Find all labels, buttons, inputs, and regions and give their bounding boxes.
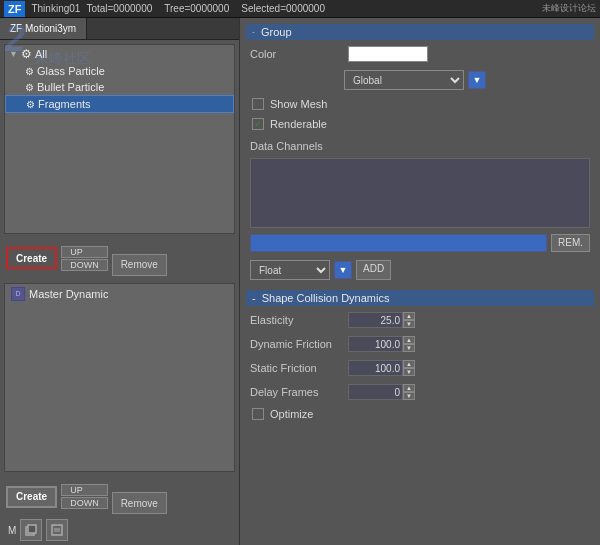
- show-mesh-label: Show Mesh: [270, 98, 327, 110]
- delay-frames-spin-down[interactable]: ▼: [403, 392, 415, 400]
- remove-button-bottom[interactable]: Remove: [112, 492, 167, 514]
- scd-title: Shape Collision Dynamics: [262, 292, 390, 304]
- group-section-header: - Group: [246, 24, 594, 40]
- dynamic-friction-label: Dynamic Friction: [250, 338, 340, 350]
- static-friction-label: Static Friction: [250, 362, 340, 374]
- dynamic-friction-field: ▲ ▼: [348, 336, 415, 352]
- float-dropdown-arrow-icon[interactable]: ▼: [334, 261, 352, 279]
- tree-item-glass[interactable]: ⚙ Glass Particle: [5, 63, 234, 79]
- svg-rect-2: [52, 525, 62, 535]
- create-button-top[interactable]: Create: [6, 247, 57, 269]
- icon-buttons-row: M: [0, 517, 239, 545]
- delay-frames-spin-up[interactable]: ▲: [403, 384, 415, 392]
- tree-item-fragments-label: Fragments: [38, 98, 91, 110]
- delay-frames-spinners: ▲ ▼: [403, 384, 415, 400]
- icon-btn-1[interactable]: [20, 519, 42, 541]
- left-panel: ZF Motioni3ym ▼ ⚙ All ⚙ Glass Particle ⚙…: [0, 18, 240, 545]
- total-stat: Total=0000000: [86, 3, 152, 14]
- dynamic-icon: D: [11, 287, 25, 301]
- delay-frames-field: ▲ ▼: [348, 384, 415, 400]
- tree-item-glass-label: Glass Particle: [37, 65, 105, 77]
- add-button[interactable]: ADD: [356, 260, 391, 280]
- optimize-row: Optimize: [246, 406, 594, 422]
- particle-icon-bullet: ⚙: [25, 82, 34, 93]
- dropdown-arrow-icon[interactable]: ▼: [468, 71, 486, 89]
- static-friction-spin-down[interactable]: ▼: [403, 368, 415, 376]
- tree-section: ▼ ⚙ All ⚙ Glass Particle ⚙ Bullet Partic…: [4, 44, 235, 234]
- renderable-checkbox[interactable]: ✓: [252, 118, 264, 130]
- m-label: M: [8, 525, 16, 536]
- static-friction-spin-up[interactable]: ▲: [403, 360, 415, 368]
- static-friction-row: Static Friction ▲ ▼: [246, 358, 594, 378]
- renderable-label: Renderable: [270, 118, 327, 130]
- down-button-top[interactable]: DOWN: [61, 259, 108, 271]
- svg-rect-1: [28, 525, 36, 533]
- down-button-bottom[interactable]: DOWN: [61, 497, 108, 509]
- show-mesh-row: Show Mesh: [246, 96, 594, 112]
- collapse-icon: -: [252, 27, 255, 37]
- tree-all-item[interactable]: ▼ ⚙ All: [5, 45, 234, 63]
- shape-collision-header: - Shape Collision Dynamics: [246, 290, 594, 306]
- tab-motioni3ym[interactable]: ZF Motioni3ym: [0, 18, 87, 39]
- scd-collapse-icon: -: [252, 292, 256, 304]
- dynamic-friction-row: Dynamic Friction ▲ ▼: [246, 334, 594, 354]
- rem-add-row: REM.: [246, 232, 594, 254]
- color-label: Color: [250, 48, 340, 60]
- static-friction-spinners: ▲ ▼: [403, 360, 415, 376]
- up-button-top[interactable]: UP: [61, 246, 108, 258]
- delay-frames-input[interactable]: [348, 384, 403, 400]
- show-mesh-checkbox[interactable]: [252, 98, 264, 110]
- rem-input[interactable]: [250, 234, 547, 252]
- master-dynamic-label: Master Dynamic: [29, 288, 108, 300]
- elasticity-field: ▲ ▼: [348, 312, 415, 328]
- elasticity-spin-up[interactable]: ▲: [403, 312, 415, 320]
- dynamic-friction-spin-down[interactable]: ▼: [403, 344, 415, 352]
- tree-item-bullet-label: Bullet Particle: [37, 81, 104, 93]
- data-channels-label: Data Channels: [246, 136, 594, 154]
- tab-bar: ZF Motioni3ym: [0, 18, 239, 40]
- paste-icon: [50, 523, 64, 537]
- copy-icon: [24, 523, 38, 537]
- rem-button[interactable]: REM.: [551, 234, 590, 252]
- static-friction-field: ▲ ▼: [348, 360, 415, 376]
- app-name: Thinking01: [31, 3, 80, 14]
- site-watermark: 未峰设计论坛: [542, 2, 596, 15]
- tree-item-fragments[interactable]: ⚙ Fragments: [5, 95, 234, 113]
- global-dropdown-row: Global Local ▼: [246, 68, 594, 92]
- selected-stat: Selected=0000000: [241, 3, 325, 14]
- tree-all-label: All: [35, 48, 47, 60]
- color-swatch[interactable]: [348, 46, 428, 62]
- tree-stat: Tree=0000000: [164, 3, 229, 14]
- gear-icon: ⚙: [21, 47, 32, 61]
- group-title: Group: [261, 26, 292, 38]
- data-channels-box: [250, 158, 590, 228]
- optimize-checkbox[interactable]: [252, 408, 264, 420]
- elasticity-row: Elasticity ▲ ▼: [246, 310, 594, 330]
- renderable-row: ✓ Renderable: [246, 116, 594, 132]
- dynamic-friction-spin-up[interactable]: ▲: [403, 336, 415, 344]
- elasticity-label: Elasticity: [250, 314, 340, 326]
- optimize-label: Optimize: [270, 408, 313, 420]
- tree-item-bullet[interactable]: ⚙ Bullet Particle: [5, 79, 234, 95]
- dynamic-friction-input[interactable]: [348, 336, 403, 352]
- particle-icon-fragments: ⚙: [26, 99, 35, 110]
- up-down-stack: UP DOWN: [61, 246, 108, 271]
- remove-button-top[interactable]: Remove: [112, 254, 167, 276]
- master-dynamic-item[interactable]: D Master Dynamic: [5, 284, 234, 304]
- float-dropdown[interactable]: Float Vector Color: [250, 260, 330, 280]
- expand-icon: ▼: [9, 49, 18, 59]
- up-button-bottom[interactable]: UP: [61, 484, 108, 496]
- elasticity-input[interactable]: [348, 312, 403, 328]
- static-friction-input[interactable]: [348, 360, 403, 376]
- icon-btn-2[interactable]: [46, 519, 68, 541]
- delay-frames-row: Delay Frames ▲ ▼: [246, 382, 594, 402]
- color-row: Color: [246, 44, 594, 64]
- middle-section: D Master Dynamic: [4, 283, 235, 473]
- particle-icon-glass: ⚙: [25, 66, 34, 77]
- up-down-stack-bottom: UP DOWN: [61, 484, 108, 509]
- global-dropdown[interactable]: Global Local: [344, 70, 464, 90]
- tab-label: ZF Motioni3ym: [10, 23, 76, 34]
- elasticity-spin-down[interactable]: ▼: [403, 320, 415, 328]
- create-button-bottom[interactable]: Create: [6, 486, 57, 508]
- title-bar: ZF Thinking01 Total=0000000 Tree=0000000…: [0, 0, 600, 18]
